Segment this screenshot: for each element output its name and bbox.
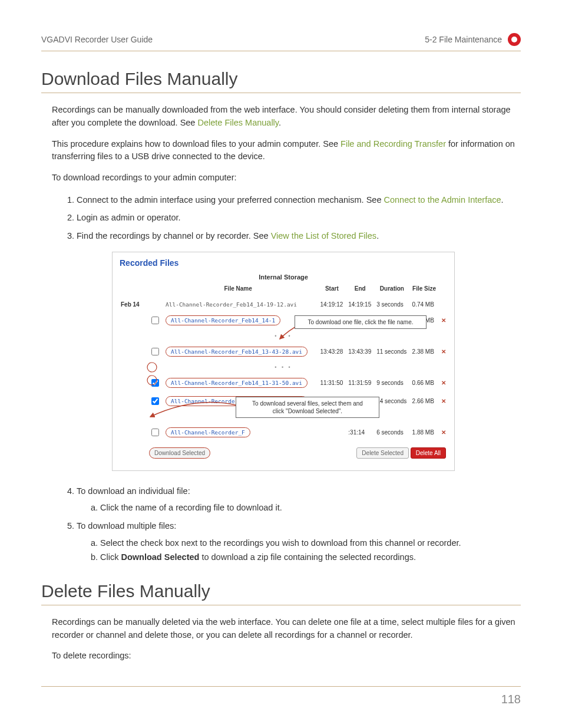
para-download-intro: Recordings can be manually downloaded fr… <box>52 104 521 130</box>
table-row: All-Channel-Recorder_Feb14_13-43-28.avi … <box>118 342 448 361</box>
download-selected-button[interactable]: Download Selected <box>149 447 210 459</box>
page-number: 118 <box>501 693 521 706</box>
file-name[interactable]: All-Channel-Recorder_Feb14_11-31-50.avi <box>166 378 308 388</box>
link-connect-admin[interactable]: Connect to the Admin Interface <box>384 195 501 205</box>
row-date: Feb 14 <box>118 298 147 311</box>
col-size: File Size <box>410 283 439 298</box>
delete-selected-button[interactable]: Delete Selected <box>356 447 409 459</box>
row-checkbox[interactable] <box>151 379 159 387</box>
brand-logo-icon <box>508 33 521 46</box>
file-name[interactable]: All-Channel-Recorder_Feb14_14-1 <box>166 315 280 325</box>
section-title-download: Download Files Manually <box>41 69 521 93</box>
col-duration: Duration <box>374 283 409 298</box>
page-footer: 118 <box>41 686 521 706</box>
file-name[interactable]: All-Channel-Recorder_Feb14_13-43-28.avi <box>166 347 308 357</box>
callout-multi-file: To download several files, select them a… <box>236 397 379 418</box>
link-view-list[interactable]: View the List of Stored Files <box>271 231 376 241</box>
header-right: 5-2 File Maintenance <box>425 35 502 44</box>
step-4: To download an individual file: Click th… <box>77 484 521 515</box>
figure-title: Recorded Files <box>113 252 454 270</box>
delete-icon[interactable]: ✕ <box>439 342 448 361</box>
step-3: Find the recordings by channel or by rec… <box>77 229 521 243</box>
step-2: Login as admin or operator. <box>77 210 521 225</box>
table-row: All-Channel-Recorder_F :31:14 6 seconds … <box>118 423 448 442</box>
figure-recorded-files: Recorded Files Internal Storage File Nam… <box>41 252 521 471</box>
link-file-transfer[interactable]: File and Recording Transfer <box>340 139 446 149</box>
row-checkbox[interactable] <box>151 397 159 405</box>
page-header: VGADVI Recorder User Guide 5-2 File Main… <box>41 33 521 51</box>
files-table: File Name Start End Duration File Size F… <box>118 283 448 462</box>
step-4a: Click the name of a recording file to do… <box>100 500 521 515</box>
file-name[interactable]: All-Channel-Recorder_F <box>166 427 250 437</box>
header-left: VGADVI Recorder User Guide <box>41 35 153 44</box>
step-1: Connect to the admin interface using you… <box>77 193 521 207</box>
storage-label: Internal Storage <box>118 270 448 283</box>
row-checkbox[interactable] <box>151 429 159 436</box>
para-download-procedure: This procedure explains how to download … <box>52 138 521 164</box>
delete-icon[interactable]: ✕ <box>439 374 448 392</box>
step-5: To download multiple files: Select the c… <box>77 519 521 565</box>
file-name[interactable]: All-Channel-Recorder_Feb14_14-19-12.avi <box>166 301 297 308</box>
row-checkbox[interactable] <box>151 317 159 324</box>
steps-download-continued: To download an individual file: Click th… <box>41 484 521 565</box>
col-filename: File Name <box>163 283 313 298</box>
col-end: End <box>346 283 374 298</box>
row-checkbox[interactable] <box>151 348 159 355</box>
delete-icon[interactable]: ✕ <box>439 392 448 410</box>
link-delete-files[interactable]: Delete Files Manually <box>197 118 279 127</box>
table-row: All-Channel-Recorder_Feb14_11-31-50.avi … <box>118 374 448 392</box>
table-row: Feb 14 All-Channel-Recorder_Feb14_14-19-… <box>118 298 448 311</box>
steps-download: Connect to the admin interface using you… <box>41 193 521 243</box>
section-title-delete: Delete Files Manually <box>41 581 521 605</box>
step-5b: Click Download Selected to download a zi… <box>100 550 521 565</box>
col-start: Start <box>318 283 346 298</box>
delete-all-button[interactable]: Delete All <box>411 447 446 459</box>
callout-single-file: To download one file, click the file nam… <box>295 315 427 329</box>
step-5a: Select the check box next to the recordi… <box>100 536 521 551</box>
para-delete-lead: To delete recordings: <box>52 650 521 663</box>
delete-icon[interactable]: ✕ <box>439 423 448 442</box>
delete-icon[interactable]: ✕ <box>439 311 448 330</box>
para-delete-intro: Recordings can be manually deleted via t… <box>52 616 521 642</box>
para-download-lead: To download recordings to your admin com… <box>52 172 521 185</box>
